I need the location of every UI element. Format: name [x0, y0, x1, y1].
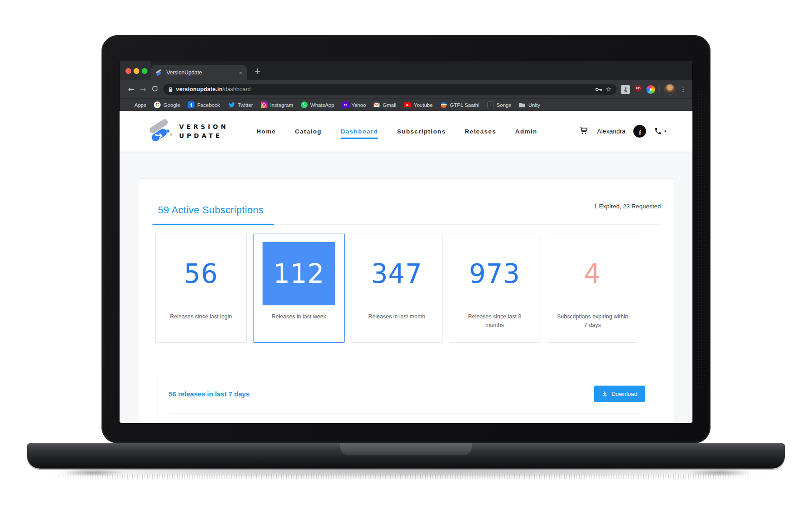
bookmark-label: Facebook — [197, 102, 220, 108]
stat-card-releases-3-months[interactable]: 973 Releases since last 3 months — [449, 234, 540, 343]
songs-icon: ♪ — [487, 101, 494, 108]
facebook-badge[interactable]: f — [633, 125, 646, 138]
nav-subscriptions[interactable]: Subscriptions — [397, 128, 446, 135]
site-nav: Home Catalog Dashboard Subscriptions Rel… — [257, 128, 538, 135]
bookmarks-bar: Apps G Google f Facebook Twitter Instagr… — [120, 98, 692, 111]
stat-value: 4 — [547, 234, 638, 313]
toolbar-separator — [660, 85, 660, 93]
stat-value: 56 — [156, 234, 246, 313]
site-favicon — [156, 69, 163, 76]
window-minimize-button[interactable] — [134, 68, 139, 74]
status-summary: 1 Expired, 23 Requested — [594, 203, 661, 210]
phone-menu[interactable]: ▾ — [654, 127, 666, 135]
stat-label: Releases since last 3 months — [449, 313, 540, 330]
bookmark-twitter[interactable]: Twitter — [228, 102, 253, 108]
stat-value: 112 — [254, 234, 344, 313]
back-icon[interactable]: ← — [125, 86, 137, 93]
bookmark-apps[interactable]: Apps — [126, 102, 146, 108]
releases-panel-heading[interactable]: 56 releases in last 7 days — [169, 390, 249, 398]
browser-tab-strip: VersionUpdate × + — [120, 61, 692, 80]
yahoo-icon: Y! — [342, 101, 349, 108]
stat-label: Releases in last week — [254, 313, 344, 321]
apps-grid-icon — [126, 102, 132, 108]
browser-profile-avatar[interactable] — [664, 84, 675, 95]
password-key-icon[interactable] — [595, 87, 603, 92]
phone-icon — [654, 127, 662, 135]
stat-value: 347 — [351, 234, 442, 313]
dashboard-card: 59 Active Subscriptions 1 Expired, 23 Re… — [139, 178, 674, 423]
header-right: Alexandra f ▾ — [578, 125, 666, 138]
address-bar[interactable]: versionupdate.in /dashboard ☆ — [163, 84, 617, 95]
bookmark-facebook[interactable]: f Facebook — [188, 101, 220, 108]
gtpl-saathi-icon — [440, 101, 447, 108]
nav-home[interactable]: Home — [257, 128, 276, 135]
laptop-lid-notch — [340, 443, 472, 455]
stat-label: Releases in last month — [351, 313, 442, 321]
bookmark-label: Apps — [134, 102, 146, 108]
instagram-icon — [261, 101, 268, 108]
bookmark-label: Yahoo — [351, 102, 366, 108]
nav-dashboard[interactable]: Dashboard — [341, 128, 378, 135]
bookmark-google[interactable]: G Google — [154, 101, 180, 108]
bookmark-label: Unity — [528, 102, 540, 108]
bookmark-label: Youtube — [414, 102, 433, 108]
extension-shield-icon[interactable]: UD — [635, 84, 642, 94]
reload-icon[interactable] — [149, 85, 161, 93]
stat-card-expiring-subscriptions[interactable]: 4 Subscriptions expiring within 7 days — [547, 234, 638, 343]
bookmark-whatsapp[interactable]: WhatsApp — [301, 101, 334, 108]
bookmark-gtpl-saathi[interactable]: GTPL Saathi — [440, 101, 479, 108]
page-content: 59 Active Subscriptions 1 Expired, 23 Re… — [120, 152, 692, 423]
new-tab-button[interactable]: + — [251, 64, 264, 77]
bookmark-unity[interactable]: Unity — [519, 102, 540, 108]
tab-close-icon[interactable]: × — [239, 70, 242, 76]
stat-value: 973 — [449, 234, 540, 313]
nav-admin[interactable]: Admin — [515, 128, 537, 135]
whatsapp-icon — [301, 101, 308, 108]
download-button[interactable]: Download — [594, 386, 645, 402]
bookmark-label: Songs — [497, 102, 512, 108]
youtube-icon — [404, 102, 411, 107]
url-domain: versionupdate.in — [176, 86, 222, 92]
bookmark-songs[interactable]: ♪ Songs — [487, 101, 512, 108]
stat-label: Releases since last login — [156, 313, 246, 321]
cart-icon[interactable] — [578, 125, 589, 137]
releases-panel: 56 releases in last 7 days Download — [157, 376, 652, 423]
panel-divider — [169, 413, 641, 414]
logo-wordmark: VERSION UPDATE — [179, 122, 229, 141]
bookmark-youtube[interactable]: Youtube — [404, 102, 433, 108]
user-name[interactable]: Alexandra — [597, 128, 625, 135]
window-close-button[interactable] — [125, 68, 131, 74]
site-viewport: VERSION UPDATE Home Catalog Dashboard Su… — [120, 111, 692, 423]
svg-text:UD: UD — [636, 87, 641, 90]
bezel-speaker-dots-right — [697, 90, 706, 388]
stats-row: 56 Releases since last login 112 Release… — [155, 234, 661, 343]
bookmark-label: GTPL Saathi — [450, 102, 479, 108]
chevron-down-icon: ▾ — [664, 129, 666, 133]
browser-menu-icon[interactable]: ⋮ — [680, 85, 687, 93]
laptop-screen: VersionUpdate × + ← → versionupdate.in /… — [120, 61, 692, 423]
stat-label: Subscriptions expiring within 7 days — [547, 313, 638, 330]
site-logo[interactable]: VERSION UPDATE — [148, 119, 229, 143]
forward-icon[interactable]: → — [137, 86, 149, 93]
lock-icon — [168, 87, 173, 92]
nav-releases[interactable]: Releases — [465, 128, 496, 135]
stat-card-releases-since-login[interactable]: 56 Releases since last login — [155, 234, 247, 343]
stat-card-releases-last-month[interactable]: 347 Releases in last month — [351, 234, 443, 343]
extension-color-wheel-icon[interactable] — [646, 85, 655, 94]
tab-title: VersionUpdate — [166, 69, 235, 76]
url-path: /dashboard — [222, 86, 251, 92]
browser-tab[interactable]: VersionUpdate × — [151, 65, 247, 80]
extension-person-icon[interactable] — [621, 85, 630, 94]
stat-card-releases-last-week[interactable]: 112 Releases in last week — [253, 234, 345, 343]
site-header: VERSION UPDATE Home Catalog Dashboard Su… — [120, 111, 692, 152]
bookmark-star-icon[interactable]: ☆ — [606, 86, 612, 93]
bookmark-yahoo[interactable]: Y! Yahoo — [342, 101, 366, 108]
bookmark-instagram[interactable]: Instagram — [261, 101, 293, 108]
window-zoom-button[interactable] — [142, 68, 148, 74]
surface-reflection-noise — [43, 474, 769, 479]
window-controls — [120, 61, 151, 80]
bookmark-label: Instagram — [270, 102, 293, 108]
title-underline — [152, 224, 274, 225]
bookmark-gmail[interactable]: Gmail — [374, 102, 396, 108]
nav-catalog[interactable]: Catalog — [295, 128, 322, 135]
